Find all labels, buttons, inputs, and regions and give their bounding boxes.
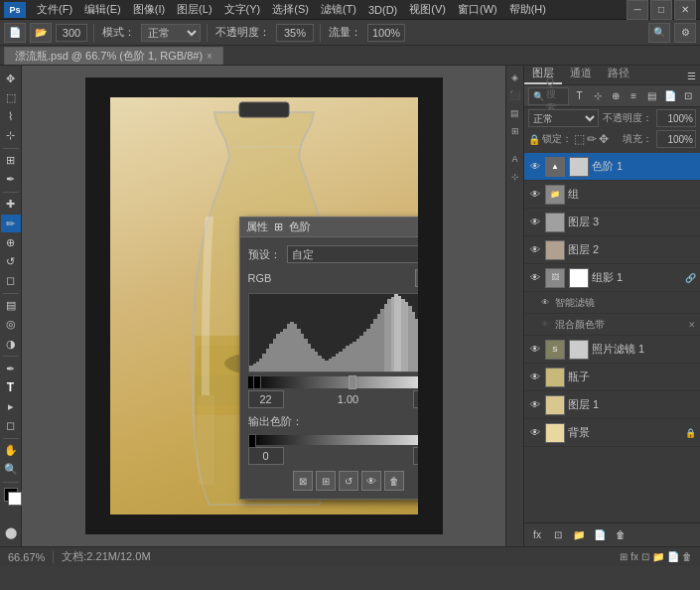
menu-edit[interactable]: 编辑(E) — [79, 0, 126, 19]
blur-tool[interactable]: ◎ — [1, 316, 21, 334]
eyedropper-tool[interactable]: ✒ — [1, 171, 21, 189]
gradient-icon[interactable]: ▤ — [507, 105, 523, 121]
close-button[interactable]: ✕ — [674, 0, 696, 20]
size-input[interactable] — [56, 24, 87, 42]
crop-tool[interactable]: ⊞ — [1, 152, 21, 170]
layer-eye-shadow-group[interactable]: 👁 — [528, 271, 542, 285]
layer-row-2[interactable]: 👁 图层 2 — [524, 236, 700, 264]
quick-mask-toggle[interactable]: ⬤ — [1, 524, 21, 542]
layer-eye-levels1[interactable]: 👁 — [528, 160, 542, 174]
panel-menu-button[interactable]: ☰ — [682, 67, 700, 84]
menu-3d[interactable]: 3D(D) — [363, 2, 402, 18]
mid-input-handle[interactable] — [349, 375, 356, 389]
visibility-button[interactable]: 👁 — [361, 471, 381, 491]
menu-window[interactable]: 窗口(W) — [453, 0, 502, 19]
layer-eye-smart-filter[interactable]: 👁 — [538, 296, 552, 310]
input-slider[interactable] — [248, 376, 418, 388]
menu-select[interactable]: 选择(S) — [267, 0, 314, 19]
panel-option-5[interactable]: ▤ — [643, 87, 659, 105]
panel-option-7[interactable]: ⊡ — [680, 87, 696, 105]
layer-eye-2[interactable]: 👁 — [528, 243, 542, 257]
clip-shadows-button[interactable]: ⊠ — [293, 471, 313, 491]
layer-row-blend-color[interactable]: 👁 混合颜色带 ✕ — [524, 314, 700, 336]
blend-color-close-icon[interactable]: ✕ — [688, 320, 696, 330]
reset-button[interactable]: ↺ — [339, 471, 358, 491]
layer-eye-bottle[interactable]: 👁 — [528, 370, 542, 384]
layer-eye-1[interactable]: 👁 — [528, 398, 542, 412]
auto-button[interactable]: 自动 — [415, 269, 418, 287]
eraser-tool[interactable]: ◻ — [1, 272, 21, 290]
create-layer-button[interactable]: 📄 — [591, 526, 609, 544]
healing-tool[interactable]: ✚ — [1, 196, 21, 214]
open-file-button[interactable]: 📂 — [30, 23, 52, 43]
output-black-handle[interactable] — [248, 434, 256, 448]
history-brush-tool[interactable]: ↺ — [1, 252, 21, 270]
lock-transparency-icon[interactable]: ⬚ — [574, 132, 585, 146]
layer-eye-3[interactable]: 👁 — [528, 216, 542, 229]
menu-image[interactable]: 图像(I) — [128, 0, 170, 19]
clip-highlights-button[interactable]: ⊞ — [316, 471, 336, 491]
delete-layer-button[interactable]: 🗑 — [612, 526, 630, 544]
panel-option-1[interactable]: T — [571, 87, 587, 105]
menu-layer[interactable]: 图层(L) — [172, 0, 216, 19]
magic-wand-tool[interactable]: ⊹ — [1, 127, 21, 145]
create-group-button[interactable]: 📁 — [570, 526, 588, 544]
opacity-input-panel[interactable] — [656, 109, 696, 127]
brush-tool[interactable]: ✏ — [1, 215, 21, 232]
layer-eye-group[interactable]: 👁 — [528, 188, 542, 202]
flow-input[interactable] — [367, 24, 405, 42]
menu-text[interactable]: 文字(Y) — [219, 0, 266, 19]
delete-button[interactable]: 🗑 — [384, 471, 404, 491]
lasso-tool[interactable]: ⌇ — [1, 107, 21, 125]
search-button[interactable]: 🔍 — [648, 23, 670, 43]
layer-row-bottle[interactable]: 👁 瓶子 — [524, 364, 700, 391]
panel-option-6[interactable]: 📄 — [662, 87, 678, 105]
new-file-button[interactable]: 📄 — [4, 23, 26, 43]
dodge-tool[interactable]: ◑ — [1, 335, 21, 353]
selection-tool[interactable]: ⬚ — [1, 88, 21, 106]
adjustments-icon[interactable]: A — [507, 151, 523, 167]
status-icon-3[interactable]: 📁 — [652, 551, 664, 562]
tab-paths[interactable]: 路径 — [600, 64, 637, 84]
lock-paint-icon[interactable]: ✏ — [587, 132, 597, 146]
menu-file[interactable]: 文件(F) — [32, 0, 77, 19]
layer-row-smart-filter[interactable]: 👁 智能滤镜 — [524, 292, 700, 314]
add-adjustment-button[interactable]: fx — [528, 526, 546, 544]
panel-option-4[interactable]: ≡ — [626, 87, 641, 105]
lock-position-icon[interactable]: ✥ — [599, 132, 609, 146]
path-selection-tool[interactable]: ▸ — [1, 397, 21, 415]
layer-eye-photo-filter[interactable]: 👁 — [528, 343, 542, 357]
type-tool[interactable]: T — [1, 378, 21, 396]
layer-row-levels1[interactable]: 👁 ▲ 色阶 1 — [524, 153, 700, 181]
hand-tool[interactable]: ✋ — [1, 442, 21, 460]
status-icon-1[interactable]: ⊞ — [620, 551, 628, 562]
layer-eye-background[interactable]: 👁 — [528, 426, 542, 440]
pen-tool[interactable]: ✒ — [1, 360, 21, 377]
menu-help[interactable]: 帮助(H) — [504, 0, 551, 19]
input-black-value[interactable] — [248, 390, 284, 408]
background-color-swatch[interactable] — [8, 492, 22, 506]
output-white-value[interactable] — [413, 447, 418, 465]
layer-row-group[interactable]: 👁 📁 组 — [524, 181, 700, 209]
opacity-input[interactable] — [276, 24, 314, 42]
panel-option-2[interactable]: ⊹ — [590, 87, 606, 105]
layer-row-shadow-group[interactable]: 👁 🖼 组影 1 🔗 — [524, 264, 700, 292]
swatches-icon[interactable]: ⬛ — [507, 87, 523, 103]
input-white-value[interactable] — [413, 390, 418, 408]
preset-select[interactable]: 自定 — [287, 245, 418, 263]
clone-tool[interactable]: ⊕ — [1, 233, 21, 251]
tab-close-icon[interactable]: × — [207, 51, 212, 62]
menu-view[interactable]: 视图(V) — [404, 0, 451, 19]
layer-row-background[interactable]: 👁 背景 🔒 — [524, 419, 700, 447]
zoom-tool[interactable]: 🔍 — [1, 461, 21, 479]
status-icon-5[interactable]: 🗑 — [682, 551, 692, 562]
color-picker-icon[interactable]: ◈ — [507, 70, 523, 85]
mode-select[interactable]: 正常 — [141, 24, 201, 42]
status-icon-2[interactable]: ⊡ — [641, 551, 649, 562]
output-black-value[interactable] — [248, 447, 284, 465]
status-icon-4[interactable]: 📄 — [667, 551, 679, 562]
add-mask-button[interactable]: ⊡ — [549, 526, 567, 544]
black-input-handle[interactable] — [253, 375, 261, 389]
document-tab[interactable]: 漂流瓶.psd @ 66.7% (色阶 1, RGB/8#) × — [4, 47, 223, 65]
layer-eye-blend-color[interactable]: 👁 — [538, 318, 552, 332]
